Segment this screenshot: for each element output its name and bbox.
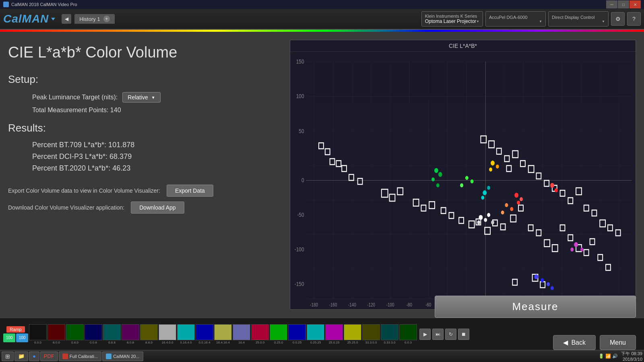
export-data-button[interactable]: Export Data [167, 185, 213, 197]
pdf-button[interactable]: PDF [40, 352, 58, 361]
swatch-2500[interactable]: 25.0.0 [251, 324, 269, 344]
swatch-01640[interactable]: 0.16.4.0 [177, 324, 195, 344]
chart-panel: CIE L*A*B* [290, 40, 636, 310]
swatch-0025[interactable]: 0.0.25 [288, 324, 306, 344]
ramp-button[interactable]: Ramp [6, 326, 25, 333]
swatch-0333[interactable]: 0.33.3.0 [381, 324, 398, 344]
swatch-color[interactable] [344, 324, 361, 340]
svg-point-128 [580, 248, 584, 252]
help-button[interactable]: ? [627, 12, 641, 26]
stop-button[interactable]: ⏹ [458, 329, 469, 340]
peak-luminance-arrow: ▼ [151, 95, 155, 100]
back-button[interactable]: ◀ Back [553, 335, 596, 350]
swatch-088[interactable]: 0.8.8 [103, 324, 121, 344]
start-button[interactable]: ⊞ [2, 352, 14, 361]
calman-full-button[interactable]: Full Calibrati... [59, 352, 101, 361]
svg-point-122 [481, 196, 484, 200]
svg-text:0: 0 [301, 177, 304, 184]
svg-text:-140: -140 [348, 302, 356, 307]
download-app-button[interactable]: Download App [131, 202, 184, 214]
settings-button[interactable]: ⚙ [611, 12, 625, 26]
peak-luminance-dropdown[interactable]: Relative ▼ [122, 92, 161, 103]
measure-button[interactable]: Measure [435, 296, 636, 318]
swatch-800[interactable]: 8.0.0 [47, 324, 65, 344]
svg-text:-120: -120 [367, 302, 375, 307]
calman-main-button[interactable]: CalMAN 20... [102, 352, 143, 361]
svg-point-130 [479, 215, 483, 220]
swatch-008[interactable]: 0.0.8 [85, 324, 102, 344]
level-green-button[interactable]: 100 [3, 333, 15, 342]
swatch-color[interactable] [196, 324, 213, 340]
swatch-3330[interactable]: 33.3.0.0 [362, 324, 380, 344]
level-blue-button[interactable]: 100 [16, 333, 28, 342]
minimize-button[interactable]: ─ [606, 0, 617, 8]
swatch-label: 0.8.8 [108, 341, 116, 344]
svg-point-137 [501, 210, 504, 214]
calman-logo[interactable]: CalMAN [3, 12, 55, 25]
repeat-button[interactable]: ↻ [445, 329, 456, 340]
swatch-02525[interactable]: 0.25.25 [307, 324, 324, 344]
swatch-000[interactable]: 0.0.0 [29, 324, 47, 344]
swatch-003[interactable]: 0.0.3 [399, 324, 417, 344]
instrument-dropdown-right[interactable]: Direct Display Control ▼ [548, 11, 609, 27]
swatch-color[interactable] [325, 324, 343, 340]
logo-text: CalMAN [3, 12, 49, 25]
swatch-color[interactable] [381, 324, 398, 340]
svg-point-121 [487, 186, 490, 190]
svg-text:-100: -100 [295, 246, 304, 253]
swatch-164[interactable]: 16.4 [233, 324, 250, 344]
instrument-dropdown-middle[interactable]: AccuPel DGA-6000 ▼ [485, 11, 546, 27]
swatch-color[interactable] [307, 324, 324, 340]
swatch-808[interactable]: 8.0.8 [122, 324, 139, 344]
file-manager-button[interactable]: 📁 [14, 352, 28, 361]
svg-text:-180: -180 [310, 302, 318, 307]
swatch-color[interactable] [122, 324, 139, 340]
svg-point-139 [471, 179, 474, 183]
swatch-color[interactable] [140, 324, 158, 340]
add-tab-button[interactable]: + [103, 16, 110, 22]
swatch-color[interactable] [214, 324, 232, 340]
swatch-label: 33.3.0.0 [365, 341, 377, 344]
instrument-left-value: Optoma Laser Projector ▼ [425, 19, 479, 24]
maximize-button[interactable]: □ [618, 0, 629, 8]
swatch-color[interactable] [399, 324, 417, 340]
svg-point-111 [436, 183, 440, 187]
swatch-color[interactable] [233, 324, 250, 340]
swatch-color[interactable] [29, 324, 47, 340]
dropdown-arrow-left: ▼ [476, 20, 479, 23]
menu-button[interactable]: Menu [600, 335, 636, 350]
dropdown-arrow-middle: ▼ [539, 20, 542, 23]
swatch-2525[interactable]: 25.25.0 [344, 324, 361, 344]
swatch-color[interactable] [85, 324, 102, 340]
swatch-25025[interactable]: 25.0.25 [325, 324, 343, 344]
swatch-color[interactable] [362, 324, 380, 340]
swatch-color[interactable] [288, 324, 306, 340]
swatch-color[interactable] [251, 324, 269, 340]
swatch-color[interactable] [177, 324, 195, 340]
swatch-color[interactable] [47, 324, 65, 340]
step-button[interactable]: ⏭ [432, 329, 444, 340]
bottom-bar: Ramp 100 100 0.0.0 8.0.0 0.8.0 0.0.8 0.8… [0, 318, 644, 350]
swatch-color[interactable] [159, 324, 176, 340]
swatch-label: 0.0.0 [34, 341, 41, 344]
swatch-00164[interactable]: 0.0.16.4 [196, 324, 213, 344]
swatch-1640[interactable]: 16.4.0.0 [159, 324, 176, 344]
swatch-880[interactable]: 8.8.0 [140, 324, 158, 344]
instrument-middle-label: AccuPel DGA-6000 [489, 15, 542, 20]
dropdown-arrow-right: ▼ [602, 20, 605, 23]
swatch-16416[interactable]: 16.4.16.4 [214, 324, 232, 344]
swatch-080[interactable]: 0.8.0 [66, 324, 84, 344]
swatch-color[interactable] [270, 324, 287, 340]
play-button[interactable]: ▶ [419, 329, 431, 340]
instrument-dropdown-left[interactable]: Klein Instruments K Series Optoma Laser … [421, 11, 483, 27]
history-tab[interactable]: History 1 + [74, 14, 114, 24]
swatch-color[interactable] [66, 324, 84, 340]
swatch-0250[interactable]: 0.25.0 [270, 324, 287, 344]
svg-point-112 [491, 160, 495, 165]
chrome-button[interactable]: ● [29, 352, 39, 361]
nav-back-arrow[interactable]: ◀ [62, 14, 71, 24]
svg-point-114 [489, 168, 492, 172]
file-icon: 📁 [18, 353, 25, 359]
close-button[interactable]: ✕ [630, 0, 641, 8]
swatch-color[interactable] [103, 324, 121, 340]
